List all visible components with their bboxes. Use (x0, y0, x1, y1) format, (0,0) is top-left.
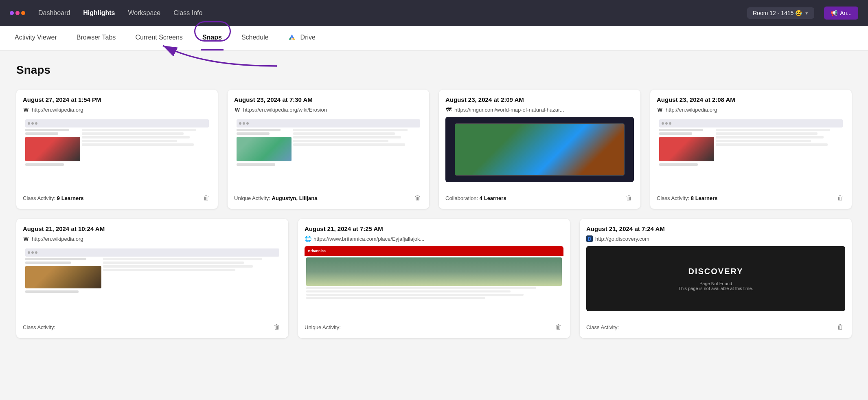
snap-card-5: August 21, 2024 at 10:24 AM W http://en.… (16, 219, 288, 338)
logo-dot-1 (10, 11, 14, 15)
snap-card-7-inner: August 21, 2024 at 7:24 AM D http://go.d… (580, 219, 852, 322)
snap-favicon-7: D (586, 235, 593, 242)
delete-snap-4[interactable]: 🗑 (835, 193, 845, 203)
delete-snap-3[interactable]: 🗑 (624, 193, 634, 203)
snap-date-3: August 23, 2024 at 2:09 AM (445, 96, 634, 103)
snap-url-row-5: W http://en.wikipedia.org (23, 235, 282, 242)
snap-preview-4 (657, 117, 845, 182)
top-nav-links: Dashboard Highlights Workspace Class Inf… (38, 9, 202, 17)
subnav-activity-viewer[interactable]: Activity Viewer (13, 26, 59, 51)
snap-label-1: Class Activity: 9 Learners (23, 195, 84, 201)
subnav-schedule[interactable]: Schedule (240, 26, 270, 51)
delete-snap-5[interactable]: 🗑 (272, 322, 282, 332)
snap-date-2: August 23, 2024 at 7:30 AM (234, 96, 423, 103)
snap-url-6: https://www.britannica.com/place/Eyjafja… (313, 236, 424, 242)
snap-favicon-1: W (23, 106, 29, 113)
snap-footer-5: Class Activity: 🗑 (16, 322, 288, 338)
drive-icon (288, 34, 296, 41)
snap-url-7: http://go.discovery.com (595, 236, 649, 242)
snap-preview-7: DISCOVERY Page Not FoundThis page is not… (586, 246, 845, 311)
snaps-grid-row1: August 27, 2024 at 1:54 PM W http://en.w… (16, 90, 852, 209)
snap-footer-1: Class Activity: 9 Learners 🗑 (16, 193, 218, 209)
chevron-down-icon: ▼ (804, 11, 809, 15)
delete-snap-2[interactable]: 🗑 (413, 193, 423, 203)
room-badge[interactable]: Room 12 - 1415 😂 ▼ (747, 7, 814, 19)
snap-footer-2: Unique Activity: Augustyn, Lilijana 🗑 (228, 193, 429, 209)
snap-card-4: August 23, 2024 at 2:08 AM W http://en.w… (650, 90, 852, 209)
subnav-current-screens[interactable]: Current Screens (134, 26, 184, 51)
nav-workspace[interactable]: Workspace (128, 9, 161, 17)
snap-url-2: https://en.wikipedia.org/wiki/Erosion (243, 107, 327, 113)
main-content: Snaps August 27, 2024 at 1:54 PM W http:… (0, 51, 868, 351)
snap-url-row-1: W http://en.wikipedia.org (23, 106, 211, 113)
snap-preview-1 (23, 117, 211, 182)
snap-card-6: August 21, 2024 at 7:25 AM 🌐 https://www… (298, 219, 570, 338)
logo-dot-2 (15, 11, 20, 15)
snap-label-6: Unique Activity: (305, 324, 341, 330)
snap-url-3: https://imgur.com/world-map-of-natural-h… (454, 107, 564, 113)
megaphone-icon: 📢 (831, 10, 837, 16)
snap-url-row-2: W https://en.wikipedia.org/wiki/Erosion (234, 106, 423, 113)
snaps-label: Snaps (202, 34, 222, 41)
snap-preview-3 (445, 117, 634, 182)
snap-url-1: http://en.wikipedia.org (32, 107, 83, 113)
delete-snap-7[interactable]: 🗑 (835, 322, 845, 332)
snap-preview-2 (234, 117, 423, 182)
snap-favicon-2: W (234, 106, 241, 113)
snap-card-1: August 27, 2024 at 1:54 PM W http://en.w… (16, 90, 218, 209)
disc-404-text: Page Not FoundThis page is not available… (678, 281, 753, 291)
drive-label: Drive (300, 34, 316, 41)
snap-favicon-6: 🌐 (305, 235, 311, 242)
snap-url-5: http://en.wikipedia.org (32, 236, 83, 242)
sub-nav: Activity Viewer Browser Tabs Current Scr… (0, 26, 868, 51)
snap-card-4-inner: August 23, 2024 at 2:08 AM W http://en.w… (650, 90, 852, 193)
nav-dashboard[interactable]: Dashboard (38, 9, 70, 17)
subnav-browser-tabs[interactable]: Browser Tabs (75, 26, 118, 51)
snap-label-3: Collaboration: 4 Learners (445, 195, 506, 201)
logo (10, 11, 25, 15)
snap-card-2: August 23, 2024 at 7:30 AM W https://en.… (228, 90, 429, 209)
page-title: Snaps (16, 64, 852, 77)
announce-button[interactable]: 📢 An... (824, 7, 858, 20)
snap-date-1: August 27, 2024 at 1:54 PM (23, 96, 211, 103)
snap-favicon-5: W (23, 235, 29, 242)
discovery-logo: DISCOVERY (688, 267, 743, 276)
snap-card-6-inner: August 21, 2024 at 7:25 AM 🌐 https://www… (298, 219, 570, 322)
nav-class-info[interactable]: Class Info (173, 9, 202, 17)
snap-footer-3: Collaboration: 4 Learners 🗑 (439, 193, 640, 209)
room-label: Room 12 - 1415 😂 (753, 10, 802, 16)
snap-label-5: Class Activity: (23, 324, 55, 330)
delete-snap-1[interactable]: 🗑 (202, 193, 211, 203)
snap-url-row-6: 🌐 https://www.britannica.com/place/Eyjaf… (305, 235, 563, 242)
snap-card-2-inner: August 23, 2024 at 7:30 AM W https://en.… (228, 90, 429, 193)
top-nav: Dashboard Highlights Workspace Class Inf… (0, 0, 868, 26)
subnav-drive[interactable]: Drive (287, 26, 317, 51)
nav-highlights[interactable]: Highlights (83, 9, 115, 17)
snap-label-2: Unique Activity: Augustyn, Lilijana (234, 195, 317, 201)
map-image (455, 123, 625, 176)
announce-label: An... (840, 10, 852, 16)
snap-card-7: August 21, 2024 at 7:24 AM D http://go.d… (580, 219, 852, 338)
snap-url-4: http://en.wikipedia.org (666, 107, 717, 113)
logo-dots (10, 11, 25, 15)
snap-preview-6: Britannica (305, 246, 563, 311)
snap-favicon-3: 🗺 (445, 106, 452, 113)
snap-footer-7: Class Activity: 🗑 (580, 322, 852, 338)
snap-date-5: August 21, 2024 at 10:24 AM (23, 225, 282, 232)
subnav-snaps[interactable]: Snaps (201, 26, 224, 51)
snap-url-row-3: 🗺 https://imgur.com/world-map-of-natural… (445, 106, 634, 113)
logo-dot-3 (21, 11, 25, 15)
delete-snap-6[interactable]: 🗑 (554, 322, 563, 332)
snap-url-row-7: D http://go.discovery.com (586, 235, 845, 242)
snap-card-3-inner: August 23, 2024 at 2:09 AM 🗺 https://img… (439, 90, 640, 193)
snap-preview-5 (23, 246, 282, 311)
snap-label-7: Class Activity: (586, 324, 619, 330)
snap-card-3: August 23, 2024 at 2:09 AM 🗺 https://img… (439, 90, 640, 209)
snap-card-5-inner: August 21, 2024 at 10:24 AM W http://en.… (16, 219, 288, 322)
snap-date-6: August 21, 2024 at 7:25 AM (305, 225, 563, 232)
snaps-grid-row2: August 21, 2024 at 10:24 AM W http://en.… (16, 219, 852, 338)
snap-date-7: August 21, 2024 at 7:24 AM (586, 225, 845, 232)
snap-footer-4: Class Activity: 8 Learners 🗑 (650, 193, 852, 209)
snap-label-4: Class Activity: 8 Learners (657, 195, 718, 201)
snap-footer-6: Unique Activity: 🗑 (298, 322, 570, 338)
